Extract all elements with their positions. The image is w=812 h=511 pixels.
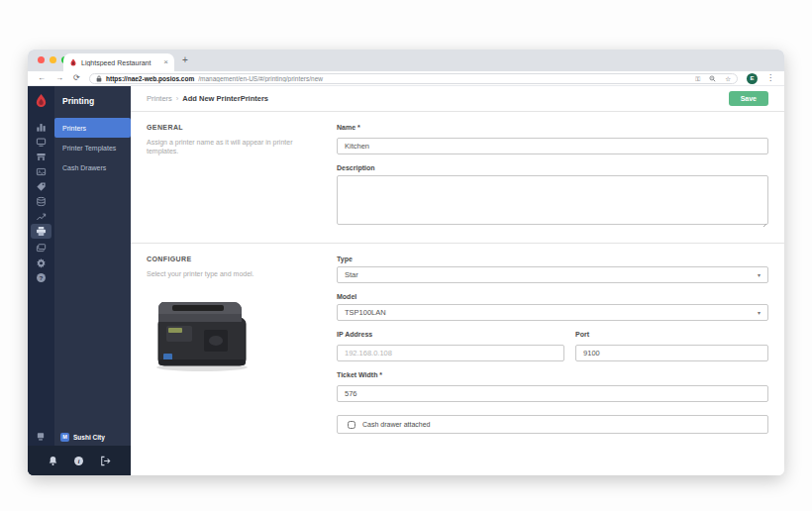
lock-icon — [96, 75, 102, 83]
sidebar-item-cash-drawers[interactable]: Cash Drawers — [54, 157, 131, 177]
chevron-down-icon: ▾ — [758, 305, 761, 322]
save-button[interactable]: Save — [729, 91, 768, 106]
sidebar-item-printer-templates[interactable]: Printer Templates — [54, 138, 131, 157]
main-content: Printers › Add New PrinterPrinters Save … — [131, 86, 784, 475]
store-icon[interactable] — [36, 152, 47, 162]
configure-section-title: CONFIGURE — [147, 256, 317, 262]
browser-profile-avatar[interactable]: E — [747, 73, 758, 84]
type-label: Type — [337, 256, 768, 262]
url-path: /management/en-US/#/printing/printers/ne… — [198, 75, 686, 82]
name-label: Name * — [337, 124, 768, 131]
breadcrumb-separator-icon: › — [176, 94, 179, 103]
chevron-down-icon: ▾ — [758, 267, 761, 284]
tab-close-icon[interactable]: × — [163, 58, 168, 66]
tag-icon[interactable] — [36, 181, 47, 192]
ticket-width-input[interactable] — [337, 385, 768, 402]
info-icon[interactable]: i — [73, 456, 84, 466]
pos-device-icon[interactable] — [36, 137, 47, 148]
settings-gear-icon[interactable] — [36, 257, 47, 268]
sidebar: ? Printing Printers Printer Templates Ca… — [28, 86, 131, 475]
type-select[interactable]: Star ▾ — [337, 266, 768, 283]
terminal-icon — [36, 432, 46, 442]
trend-chart-icon[interactable] — [36, 211, 47, 222]
sidebar-bottom-bar: i — [28, 446, 131, 475]
back-icon[interactable]: ← — [38, 73, 46, 82]
lightspeed-logo-icon[interactable] — [34, 93, 49, 112]
cash-drawer-checkbox[interactable] — [348, 421, 355, 429]
name-input[interactable] — [337, 138, 768, 154]
reload-icon[interactable]: ⟳ — [73, 73, 80, 82]
browser-window: Lightspeed Restaurant × + ← → ⟳ https://… — [28, 50, 784, 475]
forward-icon[interactable]: → — [55, 73, 63, 82]
general-section-info: GENERAL Assign a printer name as it will… — [147, 124, 337, 229]
model-label: Model — [337, 293, 768, 300]
printing-nav-selected[interactable] — [31, 224, 51, 239]
lightspeed-flame-icon — [69, 58, 77, 66]
configure-section-description: Select your printer type and model. — [147, 269, 317, 278]
ip-address-label: IP Address — [337, 331, 564, 338]
url-host: https://nae2-web.posios.com — [106, 75, 194, 82]
inventory-stack-icon[interactable] — [36, 196, 47, 207]
port-label: Port — [575, 331, 768, 338]
configure-section: CONFIGURE Select your printer type and m… — [131, 243, 784, 448]
svg-text:i: i — [78, 457, 80, 463]
browser-menu-icon[interactable]: ⋮ — [766, 73, 774, 82]
general-section: GENERAL Assign a printer name as it will… — [131, 112, 784, 243]
browser-toolbar: ← → ⟳ https://nae2-web.posios.com /manag… — [28, 71, 784, 86]
model-selected-value: TSP100LAN — [345, 308, 386, 317]
close-window-button[interactable] — [38, 56, 45, 63]
model-select[interactable]: TSP100LAN ▾ — [337, 304, 768, 321]
new-tab-button[interactable]: + — [182, 54, 188, 65]
bookmark-star-icon[interactable]: ☆ — [725, 75, 731, 83]
password-key-icon[interactable]: ⚿ — [695, 75, 700, 83]
minimize-window-button[interactable] — [50, 56, 56, 63]
browser-tab[interactable]: Lightspeed Restaurant × — [63, 53, 174, 71]
browser-tabbar: Lightspeed Restaurant × + — [28, 50, 784, 71]
page-header: Printers › Add New PrinterPrinters Save — [131, 86, 784, 112]
printer-icon — [36, 226, 47, 237]
general-section-title: GENERAL — [147, 124, 317, 131]
notifications-bell-icon[interactable] — [48, 456, 58, 466]
description-input[interactable] — [337, 175, 768, 225]
url-bar[interactable]: https://nae2-web.posios.com /management/… — [89, 73, 738, 84]
ip-address-input[interactable] — [337, 345, 564, 361]
location-name: Sushi City — [73, 434, 105, 441]
location-badge: M — [60, 433, 69, 442]
type-selected-value: Star — [345, 270, 358, 279]
breadcrumb-parent[interactable]: Printers — [147, 94, 172, 103]
sidebar-menu: Printers Printer Templates Cash Drawers — [54, 118, 131, 177]
ticket-width-label: Ticket Width * — [337, 371, 768, 378]
cash-drawer-label: Cash drawer attached — [362, 421, 430, 428]
general-section-description: Assign a printer name as it will appear … — [147, 138, 317, 156]
app-root: ? Printing Printers Printer Templates Ca… — [28, 86, 784, 475]
cash-drawer-option: Cash drawer attached — [337, 415, 768, 434]
configure-section-info: CONFIGURE Select your printer type and m… — [147, 256, 337, 434]
tab-title: Lightspeed Restaurant — [81, 59, 159, 66]
sidebar-item-printers[interactable]: Printers — [54, 118, 131, 138]
layers-icon[interactable] — [36, 243, 47, 254]
breadcrumb-current: Add New PrinterPrinters — [182, 94, 268, 103]
printer-product-image — [149, 292, 317, 377]
zoom-page-icon[interactable] — [709, 75, 716, 83]
reports-bar-chart-icon[interactable] — [36, 122, 47, 133]
svg-text:?: ? — [40, 274, 44, 281]
help-icon[interactable]: ? — [36, 272, 47, 283]
image-card-icon[interactable] — [36, 166, 47, 177]
description-label: Description — [337, 164, 768, 171]
logout-icon[interactable] — [100, 456, 111, 466]
port-input[interactable] — [575, 345, 768, 361]
textarea-resize-handle[interactable] — [761, 221, 766, 227]
location-switcher[interactable]: M Sushi City — [28, 429, 131, 445]
sidebar-section-title: Printing — [62, 96, 94, 106]
